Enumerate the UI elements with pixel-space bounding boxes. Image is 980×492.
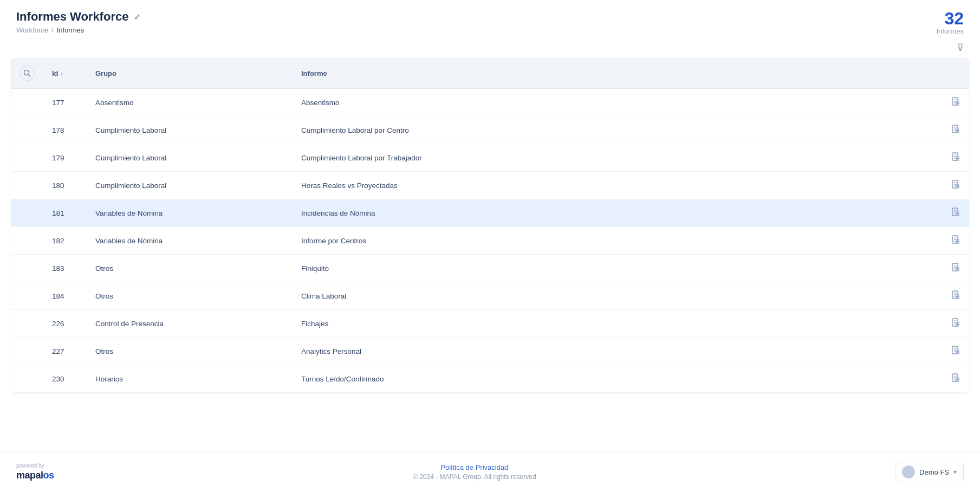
td-grupo: Control de Presencia [87,310,293,338]
table-row[interactable]: 179 Cumplimiento Laboral Cumplimiento La… [11,144,969,172]
table-row[interactable]: 227 Otros Analytics Personal [11,338,969,365]
row-action-icon[interactable] [951,375,960,384]
td-action [942,365,969,393]
td-grupo: Cumplimiento Laboral [87,144,293,172]
table-container: Id ↑ Grupo Informe 177 Absentismo Absent… [0,58,980,451]
th-grupo-label: Grupo [95,69,116,77]
td-informe: Cumplimiento Laboral por Trabajador [293,144,942,172]
td-empty [11,365,43,393]
page-header: Informes Workforce ⤢ Workforce / Informe… [0,0,980,40]
user-avatar [902,465,915,478]
row-action-icon[interactable] [951,182,960,191]
document-icon [951,124,960,134]
document-icon [951,262,960,272]
td-id: 230 [43,365,87,393]
td-grupo: Variables de Nómina [87,199,293,227]
td-informe: Informe por Centros [293,227,942,255]
row-action-icon[interactable] [951,126,960,135]
td-empty [11,227,43,255]
document-icon [951,235,960,244]
td-empty [11,116,43,144]
logo-os: os [43,470,54,481]
table-row[interactable]: 181 Variables de Nómina Incidencias de N… [11,199,969,227]
row-action-icon[interactable] [951,347,960,357]
table-row[interactable]: 183 Otros Finiquito [11,255,969,282]
document-icon [951,207,960,217]
svg-line-1 [29,75,31,77]
td-grupo: Absentismo [87,89,293,116]
row-action-icon[interactable] [951,264,960,274]
th-search [11,58,43,89]
breadcrumb-parent[interactable]: Workforce [16,26,48,34]
td-action [942,116,969,144]
row-action-icon[interactable] [951,292,960,301]
th-informe[interactable]: Informe [293,58,942,89]
td-informe: Fichajes [293,310,942,338]
td-grupo: Otros [87,338,293,365]
th-id[interactable]: Id ↑ [43,58,87,89]
td-empty [11,255,43,282]
sort-asc-icon: ↑ [60,70,63,77]
td-id: 181 [43,199,87,227]
table-row[interactable]: 230 Horarios Turnos Leído/Confirmado [11,365,969,393]
filter-row: ⊽ [0,40,980,58]
breadcrumb-current: Informes [57,26,85,34]
document-icon [951,96,960,106]
th-action [942,58,969,89]
td-grupo: Cumplimiento Laboral [87,116,293,144]
td-id: 227 [43,338,87,365]
table-row[interactable]: 182 Variables de Nómina Informe por Cent… [11,227,969,255]
td-grupo: Otros [87,255,293,282]
footer-logo: powered by mapalos [16,463,54,481]
table-row[interactable]: 184 Otros Clima Laboral [11,282,969,310]
privacy-link[interactable]: Política de Privacidad [413,463,536,471]
footer: powered by mapalos Política de Privacida… [0,451,980,492]
table-row[interactable]: 180 Cumplimiento Laboral Horas Reales vs… [11,172,969,199]
user-name: Demo FS [919,468,949,476]
row-action-icon[interactable] [951,154,960,163]
document-icon [951,179,960,189]
header-right: 32 Informes [936,10,964,35]
row-action-icon[interactable] [951,209,960,218]
title-text: Informes Workforce [16,10,128,24]
row-action-icon[interactable] [951,320,960,329]
td-empty [11,144,43,172]
header-left: Informes Workforce ⤢ Workforce / Informe… [16,10,140,34]
expand-icon[interactable]: ⤢ [134,12,140,21]
td-informe: Clima Laboral [293,282,942,310]
th-grupo[interactable]: Grupo [87,58,293,89]
td-id: 177 [43,89,87,116]
row-action-icon[interactable] [951,99,960,108]
td-id: 178 [43,116,87,144]
td-grupo: Otros [87,282,293,310]
th-id-label: Id [52,69,59,77]
report-count-label: Informes [936,27,964,35]
page-title: Informes Workforce ⤢ [16,10,140,24]
td-action [942,282,969,310]
row-action-icon[interactable] [951,237,960,246]
td-action [942,89,969,116]
td-action [942,310,969,338]
td-grupo: Horarios [87,365,293,393]
footer-right: Demo FS ▾ [895,462,964,482]
search-icon [23,69,31,77]
search-button[interactable] [20,66,35,81]
breadcrumb-separator: / [51,26,54,34]
breadcrumb: Workforce / Informes [16,26,140,34]
td-informe: Absentismo [293,89,942,116]
filter-icon[interactable]: ⊽ [957,42,964,54]
td-empty [11,89,43,116]
user-badge[interactable]: Demo FS ▾ [895,462,964,482]
table-row[interactable]: 177 Absentismo Absentismo [11,89,969,116]
table-row[interactable]: 178 Cumplimiento Laboral Cumplimiento La… [11,116,969,144]
informes-table: Id ↑ Grupo Informe 177 Absentismo Absent… [11,58,969,393]
table-body: 177 Absentismo Absentismo 178 Cumplimien… [11,89,969,393]
td-informe: Turnos Leído/Confirmado [293,365,942,393]
td-id: 179 [43,144,87,172]
td-informe: Finiquito [293,255,942,282]
table-header-row: Id ↑ Grupo Informe [11,58,969,89]
copyright-text: © 2024 - MAPAL Group. All rights reserve… [413,473,536,481]
table-row[interactable]: 226 Control de Presencia Fichajes [11,310,969,338]
td-empty [11,338,43,365]
td-empty [11,310,43,338]
